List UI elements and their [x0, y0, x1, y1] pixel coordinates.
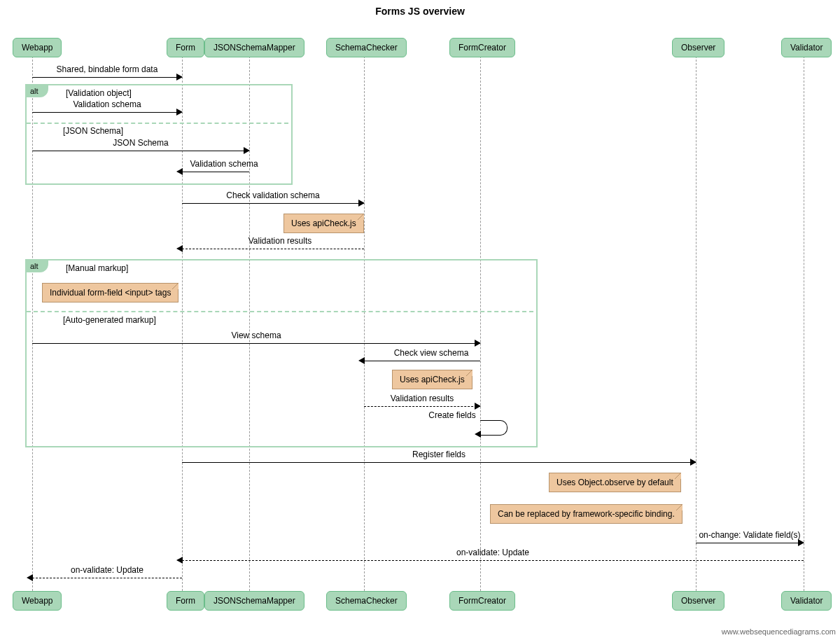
arrow-icon [690, 459, 696, 466]
arrow-icon [475, 403, 481, 410]
label-on-validate-form: on-validate: Update [455, 548, 531, 559]
arrow-icon [244, 147, 250, 154]
label-json-schema: JSON Schema [111, 138, 169, 149]
arrow-icon [475, 431, 481, 438]
participant-validator-top: Validator [781, 38, 832, 57]
participant-jsonschemamapper-bottom: JSONSchemaMapper [204, 591, 304, 611]
arrow-icon [176, 109, 183, 116]
arrow-icon [358, 200, 365, 207]
msg-json-schema [32, 151, 249, 151]
msg-validation-schema-2 [182, 172, 249, 172]
label-shared-data: Shared, bindable form data [55, 64, 160, 76]
label-validation-results-2: Validation results [389, 394, 456, 405]
note-apicheck-2: Uses apiCheck.js [392, 370, 472, 389]
msg-on-validate-form [182, 560, 804, 561]
participant-formcreator-bottom: FormCreator [449, 591, 515, 611]
alt-tag: alt [26, 260, 48, 272]
participant-form-bottom: Form [167, 591, 204, 611]
msg-validation-results-1 [182, 249, 364, 249]
participant-webapp-top: Webapp [13, 38, 62, 57]
participant-observer-bottom: Observer [672, 591, 724, 611]
arrow-icon [176, 168, 183, 175]
label-register-fields: Register fields [411, 450, 467, 461]
note-object-observe: Uses Object.observe by default [549, 473, 681, 492]
alt-separator-2 [27, 311, 533, 312]
label-check-view-schema: Check view schema [393, 348, 470, 359]
msg-validation-schema-1 [32, 112, 182, 113]
msg-validation-results-2 [364, 406, 480, 407]
participant-webapp-bottom: Webapp [13, 591, 62, 611]
alt-separator [27, 123, 288, 124]
alt-else-cond-2: [Auto-generated markup] [63, 315, 156, 325]
footer-credit: www.websequencediagrams.com [722, 627, 836, 636]
alt-tag: alt [26, 85, 48, 97]
msg-view-schema [32, 343, 480, 344]
arrow-icon [475, 340, 481, 347]
arrow-icon [176, 557, 183, 564]
label-create-fields: Create fields [427, 410, 477, 422]
participant-jsonschemamapper-top: JSONSchemaMapper [204, 38, 304, 57]
lifeline-validator [804, 56, 804, 591]
participant-schemachecker-top: SchemaChecker [326, 38, 407, 57]
label-validation-schema-2: Validation schema [188, 159, 259, 170]
arrow-icon [176, 74, 183, 81]
diagram-title: Forms JS overview [0, 6, 840, 17]
selfmsg-create-fields [480, 420, 507, 436]
arrow-icon [27, 574, 33, 581]
label-on-change: on-change: Validate field(s) [697, 530, 802, 541]
msg-on-change [696, 543, 804, 543]
participant-observer-top: Observer [672, 38, 724, 57]
note-input-tags: Individual form-field <input> tags [42, 283, 178, 302]
msg-on-validate-webapp [32, 578, 182, 578]
msg-register-fields [182, 462, 696, 463]
note-framework-binding: Can be replaced by framework-specific bi… [490, 504, 682, 524]
msg-check-validation-schema [182, 203, 364, 204]
alt-cond: [Validation object] [66, 88, 132, 98]
participant-form-top: Form [167, 38, 204, 57]
label-check-validation-schema: Check validation schema [225, 190, 321, 202]
arrow-icon [358, 357, 365, 364]
label-on-validate-webapp: on-validate: Update [69, 565, 145, 576]
label-view-schema: View schema [230, 331, 282, 342]
msg-shared-data [32, 77, 182, 78]
note-apicheck-1: Uses apiCheck.js [284, 214, 364, 233]
arrow-icon [176, 245, 183, 252]
participant-formcreator-top: FormCreator [449, 38, 515, 57]
participant-validator-bottom: Validator [781, 591, 832, 611]
alt-else-cond: [JSON Schema] [63, 126, 123, 136]
msg-check-view-schema [364, 361, 480, 361]
label-validation-schema-1: Validation schema [71, 99, 142, 111]
sequence-diagram: Forms JS overview Webapp Form JSONSchema… [0, 0, 840, 640]
participant-schemachecker-bottom: SchemaChecker [326, 591, 407, 611]
label-validation-results-1: Validation results [247, 236, 314, 247]
lifeline-observer [696, 56, 696, 591]
alt-cond: [Manual markup] [66, 263, 128, 273]
